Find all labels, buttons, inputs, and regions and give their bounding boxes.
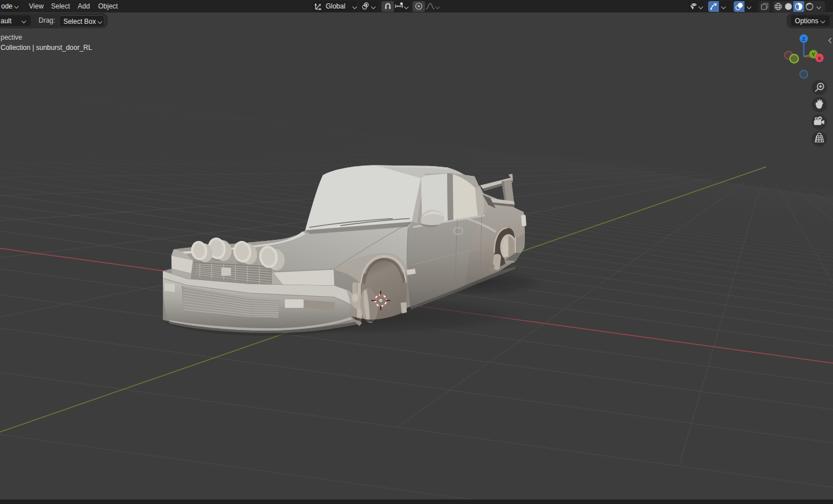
svg-text:X: X — [818, 55, 822, 61]
svg-text:Y: Y — [811, 51, 815, 57]
svg-text:Z: Z — [802, 36, 806, 42]
